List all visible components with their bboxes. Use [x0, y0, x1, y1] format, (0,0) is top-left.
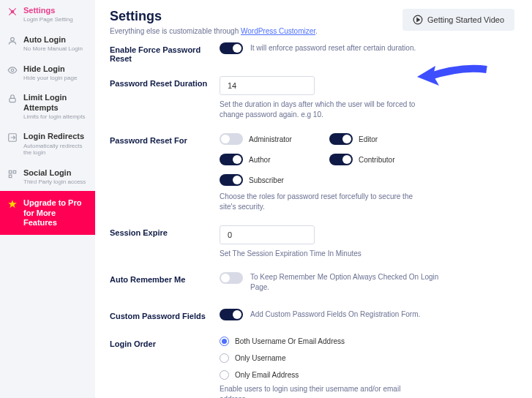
- session-label: Session Expire: [110, 225, 220, 237]
- sidebar-item-settings[interactable]: Settings Login Page Setting: [0, 0, 95, 29]
- svg-rect-7: [9, 175, 12, 178]
- role-toggle-editor[interactable]: [329, 133, 353, 145]
- custom-pw-toggle[interactable]: [220, 309, 243, 320]
- force-reset-toggle[interactable]: [220, 42, 243, 54]
- sidebar-item-label: Login Redirects: [23, 132, 88, 141]
- radio-label: Only Username: [235, 354, 285, 362]
- order-radio-both[interactable]: [220, 337, 229, 346]
- sidebar-item-label: Upgrade to Pro for More Features: [23, 198, 88, 228]
- session-input[interactable]: [220, 225, 315, 244]
- redirect-icon: [7, 132, 18, 143]
- settings-icon: [7, 7, 18, 17]
- order-radio-email[interactable]: [220, 370, 229, 380]
- reset-for-desc: Choose the roles for password reset forc…: [220, 192, 424, 212]
- sidebar-item-sub: Login Page Setting: [23, 16, 73, 23]
- force-reset-desc: It will enforce password reset after cer…: [250, 43, 416, 53]
- sidebar-item-label: Limit Login Attempts: [23, 93, 88, 112]
- sidebar-item-label: Social Login: [23, 168, 86, 178]
- sidebar-item-sub: No More Manual Login: [23, 45, 83, 53]
- sidebar-item-redirects[interactable]: Login Redirects Automatically redirects …: [0, 126, 95, 162]
- role-label: Subscriber: [249, 176, 284, 184]
- sidebar-item-label: Settings: [23, 6, 73, 15]
- eye-icon: [7, 65, 18, 75]
- duration-input[interactable]: [220, 76, 315, 95]
- getting-started-video-button[interactable]: Getting Started Video: [402, 9, 514, 31]
- sidebar-item-sub: Third Party login access: [23, 179, 86, 186]
- force-reset-label: Enable Force Password Reset: [110, 42, 220, 63]
- page-title: Settings: [110, 9, 318, 24]
- social-icon: [7, 169, 18, 179]
- role-label: Editor: [359, 135, 378, 143]
- user-icon: [7, 36, 18, 46]
- role-toggle-admin[interactable]: [220, 133, 243, 145]
- main-panel: Settings Everything else is customizable…: [95, 0, 532, 398]
- sidebar-item-social[interactable]: Social Login Third Party login access: [0, 162, 95, 192]
- star-icon: [7, 199, 18, 209]
- duration-label: Password Reset Duration: [110, 76, 220, 88]
- sidebar-item-autologin[interactable]: Auto Login No More Manual Login: [0, 29, 95, 59]
- sidebar-item-label: Auto Login: [23, 35, 83, 45]
- role-toggle-author[interactable]: [220, 154, 243, 165]
- sidebar-item-limitlogin[interactable]: Limit Login Attempts Limits for login at…: [0, 87, 95, 126]
- role-toggle-subscriber[interactable]: [220, 174, 243, 186]
- lock-icon: [7, 94, 18, 104]
- reset-for-label: Password Reset For: [110, 133, 220, 145]
- session-desc: Set The Session Expiration Time In Minut…: [220, 249, 424, 259]
- order-radio-username[interactable]: [220, 353, 229, 363]
- order-desc: Enable users to login using their userna…: [220, 384, 424, 398]
- role-label: Author: [249, 156, 270, 164]
- sidebar-item-sub: Automatically redirects the login: [23, 143, 88, 157]
- custom-pw-label: Custom Password Fields: [110, 309, 220, 320]
- customizer-link[interactable]: WordPress Customizer: [241, 27, 315, 35]
- duration-desc: Set the duration in days after which the…: [220, 100, 424, 120]
- role-label: Administrator: [249, 135, 292, 143]
- svg-rect-6: [13, 170, 16, 173]
- remember-toggle[interactable]: [220, 272, 243, 284]
- sidebar-item-label: Hide Login: [23, 64, 77, 74]
- role-toggle-contributor[interactable]: [329, 154, 353, 165]
- custom-pw-desc: Add Custom Password Fields On Registrati…: [250, 309, 420, 320]
- svg-point-1: [11, 37, 15, 41]
- sidebar-item-hidelogin[interactable]: Hide Login Hide your login page: [0, 59, 95, 88]
- remember-label: Auto Remember Me: [110, 272, 220, 284]
- sidebar-item-sub: Limits for login attempts: [23, 113, 88, 121]
- play-icon: [413, 15, 423, 25]
- sidebar: Settings Login Page Setting Auto Login N…: [0, 0, 95, 398]
- svg-rect-3: [10, 99, 15, 102]
- order-label: Login Order: [110, 337, 220, 348]
- radio-label: Both Username Or Email Address: [235, 337, 345, 345]
- remember-desc: To Keep Remember Me Option Always Checke…: [250, 272, 455, 293]
- sidebar-item-sub: Hide your login page: [23, 75, 77, 82]
- sidebar-item-upgrade[interactable]: Upgrade to Pro for More Features: [0, 191, 95, 235]
- svg-rect-5: [9, 170, 12, 173]
- svg-point-2: [11, 69, 14, 72]
- page-subtitle: Everything else is customizable through …: [110, 27, 318, 35]
- radio-label: Only Email Address: [235, 371, 299, 379]
- role-label: Contributor: [359, 156, 394, 164]
